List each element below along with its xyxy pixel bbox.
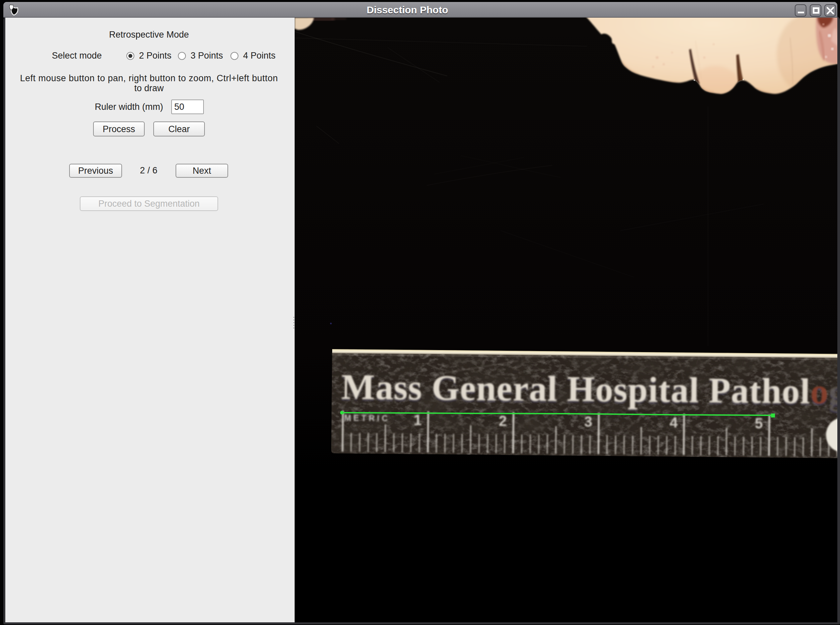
svg-text:5: 5 (755, 415, 763, 431)
svg-text:1: 1 (413, 412, 422, 428)
svg-text:Mass General Hospital Patholog: Mass General Hospital Patholog (341, 367, 837, 412)
svg-text:2: 2 (499, 413, 507, 429)
svg-text:4: 4 (670, 414, 678, 431)
svg-text:3: 3 (584, 414, 592, 430)
svg-text:METRIC: METRIC (344, 413, 390, 423)
